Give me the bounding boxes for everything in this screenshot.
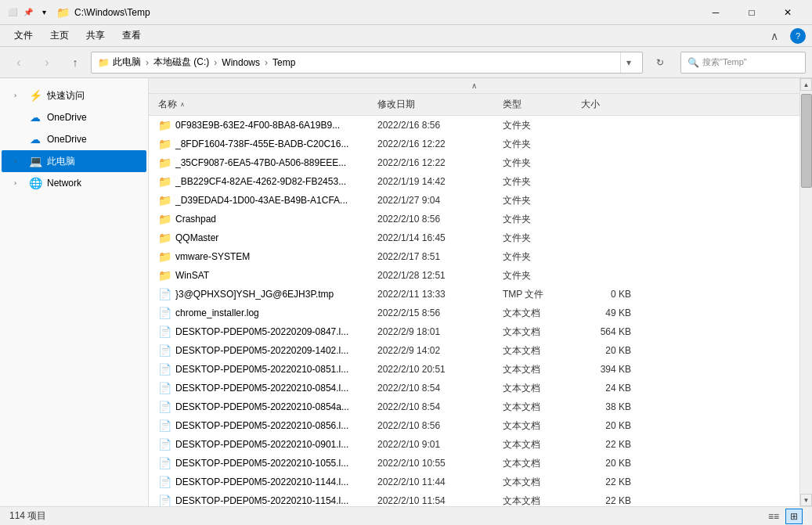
sidebar-item-onedrive2[interactable]: ☁ OneDrive bbox=[2, 128, 146, 150]
menu-share[interactable]: 共享 bbox=[78, 26, 113, 45]
sidebar-section-main: › ⚡ 快速访问 ☁ OneDrive ☁ OneDrive › 💻 此电脑 › bbox=[0, 81, 148, 197]
scrollbar: ▲ ▼ bbox=[799, 78, 812, 506]
quick-access-label: 快速访问 bbox=[47, 89, 85, 102]
table-row[interactable]: 📄 DESKTOP-PDEP0M5-20220209-0847.l... 202… bbox=[149, 322, 799, 341]
table-row[interactable]: 📁 _BB229CF4-82AE-4262-9D82-FB2453... 202… bbox=[149, 172, 799, 191]
table-row[interactable]: 📄 DESKTOP-PDEP0M5-20220210-1154.l... 202… bbox=[149, 491, 799, 506]
forward-button[interactable]: › bbox=[34, 50, 60, 75]
scrollbar-thumb[interactable] bbox=[801, 94, 812, 188]
file-name: _8FDF1604-738F-455E-BADB-C20C16... bbox=[175, 138, 348, 149]
sidebar-item-onedrive1[interactable]: ☁ OneDrive bbox=[2, 106, 146, 128]
refresh-button[interactable]: ↻ bbox=[649, 52, 671, 74]
table-row[interactable]: 📄 DESKTOP-PDEP0M5-20220210-0901.l... 202… bbox=[149, 435, 799, 454]
folder-icon: 📁 bbox=[158, 194, 171, 207]
file-size: 22 KB bbox=[578, 495, 641, 506]
file-type: 文件夹 bbox=[500, 156, 578, 170]
file-name: DESKTOP-PDEP0M5-20220210-0856.l... bbox=[175, 420, 348, 431]
table-row[interactable]: 📁 QQMaster 2022/1/14 16:45 文件夹 bbox=[149, 228, 799, 247]
address-part-thispc[interactable]: 此电脑 bbox=[113, 56, 141, 69]
file-size: 0 KB bbox=[578, 289, 641, 300]
scrollbar-up-button[interactable]: ▲ bbox=[800, 78, 812, 91]
folder-icon: 📁 bbox=[158, 175, 171, 188]
status-bar: 114 项目 ≡≡ ⊞ bbox=[0, 506, 812, 525]
table-row[interactable]: 📄 chrome_installer.log 2022/2/15 8:56 文本… bbox=[149, 304, 799, 322]
file-icon: 📄 bbox=[158, 419, 171, 432]
table-row[interactable]: 📄 }3@QPHXSO]YSH_JG@6EJH3P.tmp 2022/2/11 … bbox=[149, 285, 799, 304]
table-row[interactable]: 📄 DESKTOP-PDEP0M5-20220210-0856.l... 202… bbox=[149, 416, 799, 435]
file-name: 0F983E9B-63E2-4F00-8BA8-6A19B9... bbox=[175, 120, 340, 131]
file-date: 2022/1/27 9:04 bbox=[374, 195, 500, 206]
file-date: 2022/2/10 10:55 bbox=[374, 458, 500, 469]
file-date: 2022/2/10 11:54 bbox=[374, 495, 500, 506]
col-header-size[interactable]: 大小 bbox=[578, 94, 641, 115]
file-date: 2022/1/28 12:51 bbox=[374, 270, 500, 281]
address-part-windows[interactable]: Windows bbox=[222, 57, 260, 68]
col-header-name[interactable]: 名称 ∧ bbox=[155, 94, 374, 115]
address-part-drive[interactable]: 本地磁盘 (C:) bbox=[153, 56, 209, 69]
onedrive1-icon: ☁ bbox=[28, 111, 42, 124]
table-row[interactable]: 📁 Crashpad 2022/2/10 8:56 文件夹 bbox=[149, 210, 799, 228]
window-title: C:\Windows\Temp bbox=[74, 7, 150, 18]
file-date: 2022/2/10 11:44 bbox=[374, 476, 500, 487]
back-button[interactable]: ‹ bbox=[6, 50, 31, 75]
file-type: 文件夹 bbox=[500, 213, 578, 226]
file-date: 2022/2/9 18:01 bbox=[374, 326, 500, 337]
col-header-type[interactable]: 类型 bbox=[500, 94, 578, 115]
file-icon: 📄 bbox=[158, 382, 171, 394]
address-bar[interactable]: 📁 此电脑 › 本地磁盘 (C:) › Windows › Temp ▾ bbox=[91, 52, 643, 74]
close-button[interactable]: ✕ bbox=[770, 0, 806, 25]
file-date: 2022/2/16 12:22 bbox=[374, 157, 500, 168]
file-date: 2022/2/10 8:56 bbox=[374, 420, 500, 431]
scrollbar-down-button[interactable]: ▼ bbox=[800, 494, 812, 506]
table-row[interactable]: 📄 DESKTOP-PDEP0M5-20220210-0854a... 2022… bbox=[149, 397, 799, 416]
file-type: 文件夹 bbox=[500, 138, 578, 151]
file-type: 文本文档 bbox=[500, 494, 578, 507]
table-row[interactable]: 📄 DESKTOP-PDEP0M5-20220210-1055.l... 202… bbox=[149, 454, 799, 473]
menu-file[interactable]: 文件 bbox=[6, 26, 41, 45]
file-date: 2022/2/11 13:33 bbox=[374, 289, 500, 300]
table-row[interactable]: 📁 _35CF9087-6EA5-47B0-A506-889EEE... 202… bbox=[149, 153, 799, 172]
table-row[interactable]: 📁 WinSAT 2022/1/28 12:51 文件夹 bbox=[149, 266, 799, 285]
table-row[interactable]: 📄 DESKTOP-PDEP0M5-20220210-1144.l... 202… bbox=[149, 473, 799, 491]
search-bar[interactable]: 🔍 搜索"Temp" bbox=[680, 52, 806, 74]
table-row[interactable]: 📁 _8FDF1604-738F-455E-BADB-C20C16... 202… bbox=[149, 135, 799, 153]
file-type: 文本文档 bbox=[500, 363, 578, 376]
folder-icon: 📁 bbox=[158, 156, 171, 169]
help-button[interactable]: ? bbox=[790, 28, 806, 44]
sidebar-item-quick-access[interactable]: › ⚡ 快速访问 bbox=[2, 85, 146, 106]
maximize-button[interactable]: □ bbox=[734, 0, 770, 25]
file-type: 文本文档 bbox=[500, 325, 578, 339]
table-row[interactable]: 📁 vmware-SYSTEM 2022/2/17 8:51 文件夹 bbox=[149, 247, 799, 266]
view-tiles-button[interactable]: ⊞ bbox=[785, 509, 803, 524]
folder-icon: 📁 bbox=[56, 6, 70, 19]
file-date: 2022/2/9 14:02 bbox=[374, 345, 500, 356]
file-type: 文件夹 bbox=[500, 194, 578, 207]
file-size: 49 KB bbox=[578, 307, 641, 318]
onedrive1-label: OneDrive bbox=[47, 112, 87, 123]
table-row[interactable]: 📄 DESKTOP-PDEP0M5-20220210-0854.l... 202… bbox=[149, 379, 799, 397]
table-row[interactable]: 📄 DESKTOP-PDEP0M5-20220209-1402.l... 202… bbox=[149, 341, 799, 360]
address-dropdown-button[interactable]: ▾ bbox=[620, 52, 636, 73]
table-row[interactable]: 📄 DESKTOP-PDEP0M5-20220210-0851.l... 202… bbox=[149, 360, 799, 379]
col-header-date[interactable]: 修改日期 bbox=[374, 94, 500, 115]
table-row[interactable]: 📁 _D39EDAD4-1D00-43AE-B49B-A1CFA... 2022… bbox=[149, 191, 799, 210]
file-name: DESKTOP-PDEP0M5-20220210-0854a... bbox=[175, 401, 349, 412]
file-icon: 📄 bbox=[158, 288, 171, 300]
minimize-button[interactable]: ─ bbox=[698, 0, 734, 25]
address-sep-2: › bbox=[214, 57, 217, 68]
table-row[interactable]: 📁 0F983E9B-63E2-4F00-8BA8-6A19B9... 2022… bbox=[149, 116, 799, 135]
collapse-ribbon-button[interactable]: ∧ bbox=[762, 23, 787, 49]
network-icon: 🌐 bbox=[28, 177, 42, 189]
view-controls: ≡≡ ⊞ bbox=[765, 509, 803, 524]
sidebar-item-network[interactable]: › 🌐 Network bbox=[2, 172, 146, 194]
address-part-temp[interactable]: Temp bbox=[272, 57, 295, 68]
sidebar-item-this-pc[interactable]: › 💻 此电脑 bbox=[2, 150, 146, 172]
up-button[interactable]: ↑ bbox=[63, 50, 88, 75]
file-name: DESKTOP-PDEP0M5-20220210-0854.l... bbox=[175, 383, 348, 394]
menu-home[interactable]: 主页 bbox=[42, 26, 77, 45]
menu-view[interactable]: 查看 bbox=[114, 26, 149, 45]
expand-arrow-this-pc: › bbox=[14, 157, 23, 165]
file-type: 文件夹 bbox=[500, 119, 578, 132]
file-column-headers: 名称 ∧ 修改日期 类型 大小 bbox=[149, 94, 799, 116]
view-details-button[interactable]: ≡≡ bbox=[765, 509, 782, 524]
